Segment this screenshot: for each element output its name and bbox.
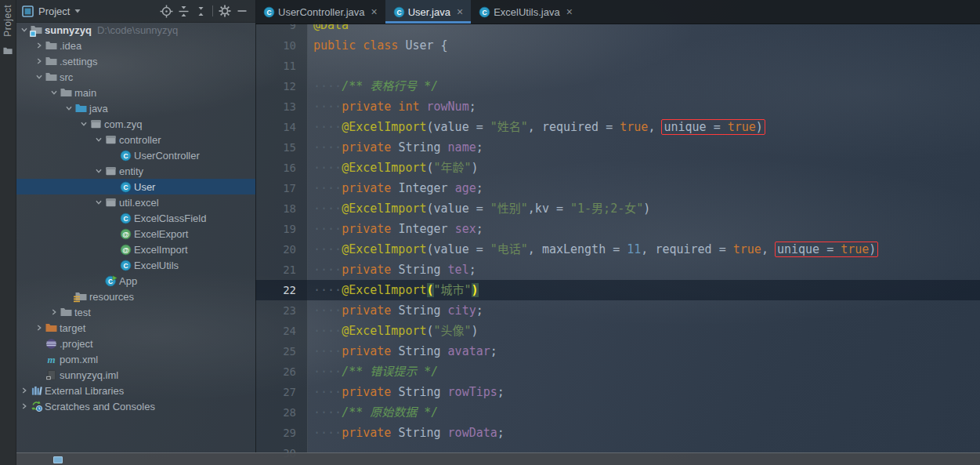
code-line-26[interactable]: 26····/** 错误提示 */ <box>255 361 980 382</box>
code-text: ····private String name; <box>307 137 483 158</box>
chevron-expanded-icon[interactable] <box>32 71 45 83</box>
tree-item-pom-xml[interactable]: mpom.xml <box>16 351 255 367</box>
code-text <box>307 56 313 76</box>
tree-item--idea[interactable]: .idea <box>16 38 255 53</box>
tab-excelutils-java[interactable]: CExcelUtils.java× <box>471 0 580 24</box>
code-token: (value = <box>427 202 490 216</box>
toolwindow-project-button[interactable]: Project <box>2 5 13 37</box>
tab-label: User.java <box>408 6 450 18</box>
tree-item-controller[interactable]: controller <box>16 132 255 147</box>
code-editor[interactable]: 9@Data10public class User {1112····/** 表… <box>255 15 980 463</box>
left-toolwindow-bar: Project <box>0 0 16 465</box>
chevron-collapsed-icon[interactable] <box>17 400 31 412</box>
code-line-25[interactable]: 25····private String avatar; <box>255 341 980 361</box>
code-line-10[interactable]: 10public class User { <box>255 35 980 56</box>
code-line-17[interactable]: 17····private Integer age; <box>255 178 980 198</box>
tree-item-sunnyzyq[interactable]: sunnyzyqD:\code\sunnyzyq <box>16 22 255 38</box>
tree-item-sunnyzyq-iml[interactable]: sunnyzyq.iml <box>16 367 255 383</box>
tree-item-util-excel[interactable]: util.excel <box>16 194 255 210</box>
code-token: "性别" <box>490 202 528 216</box>
code-line-29[interactable]: 29····private String rowData; <box>255 423 980 443</box>
tree-item-label: ExcelExport <box>134 228 188 240</box>
chevron-expanded-icon[interactable] <box>17 24 31 36</box>
code-token: ; <box>497 385 504 399</box>
tree-item-external-libraries[interactable]: External Libraries <box>16 383 255 398</box>
code-line-18[interactable]: 18····@ExcelImport(value = "性别",kv = "1-… <box>255 198 980 219</box>
close-icon[interactable]: × <box>455 5 465 18</box>
collapse-all-button[interactable] <box>175 3 192 19</box>
code-token: ···· <box>313 120 342 134</box>
tree-item-target[interactable]: target <box>16 320 255 336</box>
code-line-24[interactable]: 24····@ExcelImport("头像") <box>255 321 980 341</box>
project-panel-title[interactable]: Project <box>38 5 70 17</box>
code-text: public class User { <box>307 35 448 56</box>
code-line-23[interactable]: 23····private String city; <box>255 300 980 321</box>
code-token: "城市" <box>434 283 472 297</box>
tab-user-java[interactable]: CUser.java× <box>385 0 471 24</box>
class-icon: C <box>120 259 134 271</box>
code-line-28[interactable]: 28····/** 原始数据 */ <box>255 402 980 423</box>
locate-file-button[interactable] <box>157 3 175 19</box>
close-icon[interactable]: × <box>370 5 379 18</box>
close-icon[interactable]: × <box>565 5 574 18</box>
chevron-expanded-icon[interactable] <box>62 102 75 114</box>
tree-item-excelclassfield[interactable]: CExcelClassField <box>16 210 255 226</box>
dropdown-caret-icon[interactable] <box>74 7 81 15</box>
svg-text:@: @ <box>122 230 129 238</box>
code-line-22[interactable]: 22····@ExcelImport("城市") <box>255 280 980 300</box>
code-line-20[interactable]: 20····@ExcelImport(value = "电话", maxLeng… <box>255 239 980 260</box>
code-token: ) <box>472 283 479 297</box>
code-line-15[interactable]: 15····private String name; <box>255 137 980 158</box>
code-line-11[interactable]: 11 <box>255 56 980 76</box>
chevron-collapsed-icon[interactable] <box>32 322 45 334</box>
chevron-collapsed-icon[interactable] <box>17 384 31 397</box>
code-line-21[interactable]: 21····private String tel; <box>255 260 980 280</box>
code-token: ) <box>869 242 876 256</box>
chevron-expanded-icon[interactable] <box>92 196 105 209</box>
svg-text:C: C <box>123 214 128 222</box>
tree-item-test[interactable]: test <box>16 304 255 320</box>
tree-item--settings[interactable]: .settings <box>16 53 255 69</box>
tree-item-excelexport[interactable]: @ExcelExport <box>16 226 255 242</box>
chevron-collapsed-icon[interactable] <box>47 306 60 318</box>
code-line-13[interactable]: 13····private int rowNum; <box>255 96 980 117</box>
tab-usercontroller-java[interactable]: CUserController.java× <box>255 0 385 24</box>
tree-item-com-zyq[interactable]: com.zyq <box>16 116 255 132</box>
folder-icon <box>60 86 74 99</box>
tree-item-entity[interactable]: entity <box>16 163 255 179</box>
code-line-16[interactable]: 16····@ExcelImport("年龄") <box>255 158 980 178</box>
chevron-expanded-icon[interactable] <box>47 86 60 99</box>
tree-item-user[interactable]: CUser <box>16 179 255 194</box>
chevron-expanded-icon[interactable] <box>92 133 105 146</box>
code-token: @ExcelImport <box>342 283 426 297</box>
hide-panel-button[interactable] <box>233 3 251 19</box>
tree-item-label: target <box>60 322 85 334</box>
chevron-expanded-icon[interactable] <box>92 165 105 177</box>
tree-item-src[interactable]: src <box>16 69 255 85</box>
code-line-14[interactable]: 14····@ExcelImport(value = "姓名", require… <box>255 117 980 137</box>
code-line-19[interactable]: 19····private Integer sex; <box>255 219 980 239</box>
code-token: ; <box>469 100 476 114</box>
toolwindow-toggle-icon[interactable] <box>53 456 63 463</box>
chevron-collapsed-icon[interactable] <box>32 55 45 67</box>
tree-item-java[interactable]: java <box>16 100 255 116</box>
code-token: city <box>448 303 476 318</box>
tree-item-usercontroller[interactable]: CUserController <box>16 147 255 163</box>
expand-collapse-button[interactable] <box>192 3 209 19</box>
code-text: ····@ExcelImport("城市") <box>307 280 479 300</box>
code-text: ····private String city; <box>307 300 483 321</box>
code-token: ···· <box>313 303 342 318</box>
code-line-27[interactable]: 27····private String rowTips; <box>255 382 980 402</box>
tree-item-app[interactable]: CApp <box>16 273 255 289</box>
chevron-collapsed-icon[interactable] <box>32 39 45 52</box>
code-line-12[interactable]: 12····/** 表格行号 */ <box>255 76 980 96</box>
tree-item--project[interactable]: .project <box>16 336 255 351</box>
settings-gear-button[interactable] <box>216 3 233 19</box>
tree-item-scratches-and-consoles[interactable]: Scratches and Consoles <box>16 398 255 414</box>
tree-item-excelutils[interactable]: CExcelUtils <box>16 257 255 273</box>
tree-item-resources[interactable]: resources <box>16 289 255 304</box>
tree-item-main[interactable]: main <box>16 85 255 100</box>
code-token: , required = <box>641 242 732 256</box>
chevron-expanded-icon[interactable] <box>77 118 90 130</box>
tree-item-excelimport[interactable]: @ExcelImport <box>16 242 255 257</box>
